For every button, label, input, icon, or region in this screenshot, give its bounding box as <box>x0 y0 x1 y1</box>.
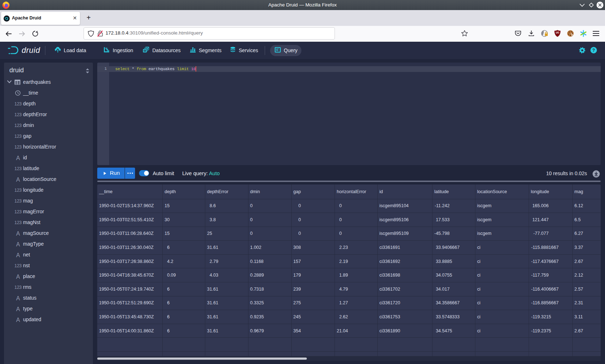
svg-text:UO: UO <box>556 31 559 34</box>
svg-text:?: ? <box>592 48 595 53</box>
